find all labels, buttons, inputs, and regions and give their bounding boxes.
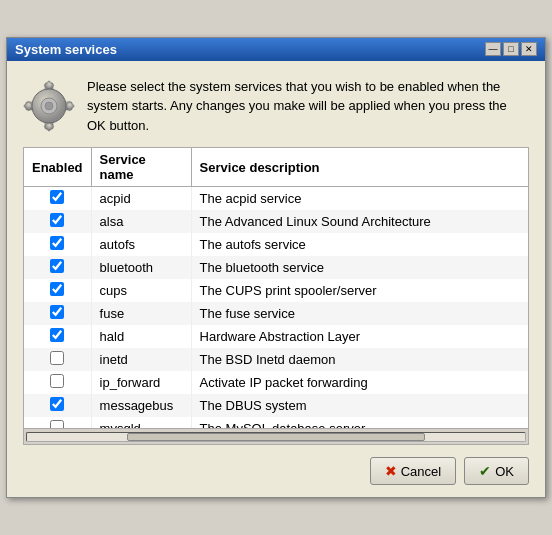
system-services-window: System services — □ ✕ — [6, 37, 546, 499]
service-description-cell: The DBUS system — [191, 394, 528, 417]
service-description-cell: The MySQL database server — [191, 417, 528, 428]
table-row: autofsThe autofs service — [24, 233, 528, 256]
service-description-cell: The bluetooth service — [191, 256, 528, 279]
service-checkbox[interactable] — [50, 190, 64, 204]
gear-icon — [23, 80, 75, 132]
service-checkbox[interactable] — [50, 328, 64, 342]
enabled-cell — [24, 210, 91, 233]
service-name-cell: cups — [91, 279, 191, 302]
service-description-cell: Activate IP packet forwarding — [191, 371, 528, 394]
enabled-cell — [24, 279, 91, 302]
service-checkbox[interactable] — [50, 259, 64, 273]
titlebar-buttons: — □ ✕ — [485, 42, 537, 56]
enabled-cell — [24, 187, 91, 211]
table-row: inetdThe BSD Inetd daemon — [24, 348, 528, 371]
service-table-body: acpidThe acpid servicealsaThe Advanced L… — [24, 187, 528, 429]
table-header-row: Enabled Service name Service description — [24, 148, 528, 187]
horizontal-scrollbar[interactable] — [23, 429, 529, 445]
close-button[interactable]: ✕ — [521, 42, 537, 56]
service-checkbox[interactable] — [50, 213, 64, 227]
service-name-cell: hald — [91, 325, 191, 348]
service-checkbox[interactable] — [50, 236, 64, 250]
col-service-name: Service name — [91, 148, 191, 187]
window-title: System services — [15, 42, 117, 57]
services-table-container: Enabled Service name Service description… — [23, 147, 529, 429]
table-row: haldHardware Abstraction Layer — [24, 325, 528, 348]
enabled-cell — [24, 394, 91, 417]
service-checkbox[interactable] — [50, 282, 64, 296]
service-checkbox[interactable] — [50, 305, 64, 319]
enabled-cell — [24, 302, 91, 325]
enabled-cell — [24, 233, 91, 256]
minimize-button[interactable]: — — [485, 42, 501, 56]
service-name-cell: messagebus — [91, 394, 191, 417]
header-section: Please select the system services that y… — [7, 61, 545, 148]
col-service-description: Service description — [191, 148, 528, 187]
header-description: Please select the system services that y… — [87, 77, 529, 136]
service-description-cell: The CUPS print spooler/server — [191, 279, 528, 302]
service-name-cell: acpid — [91, 187, 191, 211]
ok-icon: ✔ — [479, 463, 491, 479]
table-row: bluetoothThe bluetooth service — [24, 256, 528, 279]
enabled-cell — [24, 371, 91, 394]
services-table: Enabled Service name Service description… — [24, 148, 528, 428]
service-checkbox[interactable] — [50, 351, 64, 365]
table-row: ip_forwardActivate IP packet forwarding — [24, 371, 528, 394]
service-checkbox[interactable] — [50, 420, 64, 428]
cancel-label: Cancel — [401, 464, 441, 479]
titlebar: System services — □ ✕ — [7, 38, 545, 61]
service-checkbox[interactable] — [50, 397, 64, 411]
service-name-cell: mysqld — [91, 417, 191, 428]
table-scroll-area[interactable]: Enabled Service name Service description… — [24, 148, 528, 428]
service-description-cell: Hardware Abstraction Layer — [191, 325, 528, 348]
ok-label: OK — [495, 464, 514, 479]
footer: ✖ Cancel ✔ OK — [7, 445, 545, 497]
table-row: acpidThe acpid service — [24, 187, 528, 211]
service-name-cell: alsa — [91, 210, 191, 233]
enabled-cell — [24, 256, 91, 279]
table-row: mysqldThe MySQL database server — [24, 417, 528, 428]
cancel-button[interactable]: ✖ Cancel — [370, 457, 456, 485]
service-checkbox[interactable] — [50, 374, 64, 388]
service-name-cell: bluetooth — [91, 256, 191, 279]
cancel-icon: ✖ — [385, 463, 397, 479]
enabled-cell — [24, 348, 91, 371]
enabled-cell — [24, 325, 91, 348]
table-row: cupsThe CUPS print spooler/server — [24, 279, 528, 302]
svg-point-10 — [45, 102, 53, 110]
service-description-cell: The autofs service — [191, 233, 528, 256]
table-row: fuseThe fuse service — [24, 302, 528, 325]
ok-button[interactable]: ✔ OK — [464, 457, 529, 485]
service-description-cell: The BSD Inetd daemon — [191, 348, 528, 371]
service-description-cell: The Advanced Linux Sound Architecture — [191, 210, 528, 233]
col-enabled: Enabled — [24, 148, 91, 187]
enabled-cell — [24, 417, 91, 428]
service-description-cell: The fuse service — [191, 302, 528, 325]
maximize-button[interactable]: □ — [503, 42, 519, 56]
service-name-cell: ip_forward — [91, 371, 191, 394]
table-row: messagebusThe DBUS system — [24, 394, 528, 417]
table-row: alsaThe Advanced Linux Sound Architectur… — [24, 210, 528, 233]
service-name-cell: fuse — [91, 302, 191, 325]
service-name-cell: autofs — [91, 233, 191, 256]
service-description-cell: The acpid service — [191, 187, 528, 211]
service-name-cell: inetd — [91, 348, 191, 371]
